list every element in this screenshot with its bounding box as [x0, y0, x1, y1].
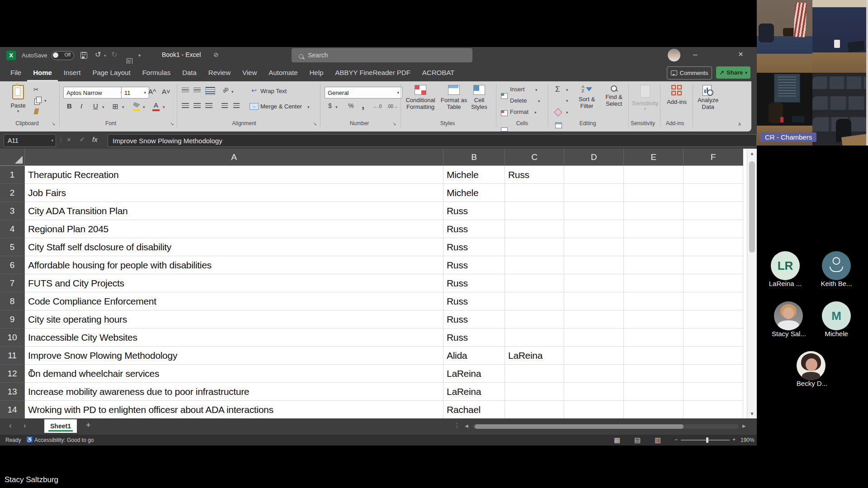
cell-e1[interactable] — [624, 166, 684, 184]
cell-e9[interactable] — [624, 310, 684, 328]
cell-a6[interactable]: Affordable housing for people with disab… — [25, 256, 443, 274]
decrease-decimal-icon[interactable]: .00→ — [387, 104, 398, 109]
cancel-entry-icon[interactable]: × — [67, 136, 71, 143]
zoom-level[interactable]: 190% — [741, 437, 755, 443]
cell-b12[interactable]: LaReina — [443, 365, 505, 383]
cell-f10[interactable] — [684, 328, 743, 347]
align-left-icon[interactable] — [182, 103, 189, 108]
tab-file[interactable]: File — [5, 64, 27, 81]
tab-home[interactable]: Home — [27, 64, 58, 81]
cell-d10[interactable] — [564, 328, 624, 347]
comments-button[interactable]: Comments — [667, 66, 712, 80]
scroll-up-icon[interactable]: ▲ — [747, 151, 757, 156]
cell-c6[interactable] — [505, 256, 564, 274]
cell-f3[interactable] — [684, 202, 743, 220]
enter-entry-icon[interactable]: ✓ — [80, 136, 85, 143]
cell-d12[interactable] — [564, 365, 624, 383]
format-chevron-icon[interactable]: ▾ — [534, 110, 537, 115]
row-header[interactable]: 1 — [0, 166, 25, 184]
cell-d3[interactable] — [564, 202, 624, 220]
vertical-scroll-thumb[interactable] — [749, 161, 755, 253]
cell-c10[interactable] — [505, 328, 564, 347]
tab-abbyy[interactable]: ABBYY FineReader PDF — [329, 64, 416, 81]
format-painter-icon[interactable] — [34, 108, 39, 114]
increase-indent-icon[interactable] — [233, 103, 240, 108]
row-header[interactable]: 8 — [0, 292, 25, 310]
tab-insert[interactable]: Insert — [58, 64, 87, 81]
collapse-ribbon-icon[interactable]: ∧ — [738, 121, 741, 127]
font-dialog-launcher[interactable]: ↘ — [170, 121, 174, 126]
cell-a11-active[interactable]: Improve Snow Plowing Methodology — [25, 347, 443, 365]
zoom-slider-thumb[interactable] — [706, 437, 708, 443]
cell-e4[interactable] — [624, 220, 684, 238]
cell-f14[interactable] — [684, 401, 743, 418]
cell-b1[interactable]: Michele — [443, 166, 505, 184]
formula-input[interactable]: Improve Snow Plowing Methodology — [108, 134, 757, 147]
cell-a2[interactable]: Job Fairs — [25, 184, 443, 202]
cell-f4[interactable] — [684, 220, 743, 238]
cell-d4[interactable] — [564, 220, 624, 238]
font-family-select[interactable]: Aptos Narrow▾ — [63, 87, 126, 99]
fill-color-chevron-icon[interactable]: ▾ — [143, 105, 145, 109]
tab-formulas[interactable]: Formulas — [137, 64, 177, 81]
cell-d9[interactable] — [564, 310, 624, 328]
participant-tile-stacy[interactable] — [774, 301, 803, 330]
cell-f13[interactable] — [684, 383, 743, 401]
cell-b5[interactable]: Russ — [443, 238, 505, 256]
cell-d13[interactable] — [564, 383, 624, 401]
font-color-icon[interactable]: A — [154, 101, 158, 109]
row-header[interactable]: 14 — [0, 401, 25, 418]
insert-cells-button[interactable]: Insert — [510, 86, 525, 93]
autosum-icon[interactable]: Σ — [555, 85, 560, 94]
row-header[interactable]: 12 — [0, 365, 25, 383]
row-header[interactable]: 6 — [0, 256, 25, 274]
underline-button[interactable]: U — [93, 102, 98, 110]
cell-c1[interactable]: Russ — [505, 166, 564, 184]
cell-d8[interactable] — [564, 292, 624, 310]
row-header[interactable]: 4 — [0, 220, 25, 238]
insert-function-icon[interactable]: fx — [92, 136, 98, 143]
cell-e13[interactable] — [624, 383, 684, 401]
addins-button[interactable]: Add-ins — [664, 85, 690, 105]
new-sheet-icon[interactable]: + — [86, 421, 91, 430]
scroll-down-icon[interactable]: ▼ — [747, 411, 757, 416]
cell-a1[interactable]: Theraputic Recreation — [25, 166, 443, 184]
cell-a4[interactable]: Regional Plan 2045 — [25, 220, 443, 238]
clear-icon[interactable] — [554, 108, 562, 116]
row-header[interactable]: 9 — [0, 310, 25, 328]
autosum-chevron-icon[interactable]: ▾ — [566, 88, 568, 92]
find-select-button[interactable]: Find & Select — [601, 85, 627, 107]
copy-chevron-icon[interactable]: ▾ — [44, 99, 47, 103]
cell-e12[interactable] — [624, 365, 684, 383]
align-center-icon[interactable] — [193, 103, 201, 108]
tab-review[interactable]: Review — [203, 64, 236, 81]
increase-decimal-icon[interactable]: ←.0 — [373, 104, 382, 109]
cell-b7[interactable]: Russ — [443, 274, 505, 292]
cell-f9[interactable] — [684, 310, 743, 328]
wrap-text-button[interactable]: Wrap Text — [260, 88, 287, 94]
align-bottom-icon[interactable] — [205, 87, 215, 95]
row-header[interactable]: 7 — [0, 274, 25, 292]
cell-styles-button[interactable]: Cell Styles — [465, 85, 494, 110]
cell-a9[interactable]: City site operating hours — [25, 310, 443, 328]
minimize-icon[interactable]: – — [693, 50, 697, 59]
cell-e5[interactable] — [624, 238, 684, 256]
row-header[interactable]: 3 — [0, 202, 25, 220]
orientation-chevron-icon[interactable]: ▾ — [231, 89, 234, 94]
sheetbar-dots-icon[interactable]: ⋮ — [454, 422, 460, 429]
zoom-out-icon[interactable]: − — [675, 436, 678, 443]
cell-a12[interactable]: On demand wheelchair services — [25, 365, 443, 383]
cell-f2[interactable] — [684, 184, 743, 202]
cell-b11[interactable]: Alida — [443, 347, 505, 365]
sort-filter-button[interactable]: AZ Sort & Filter — [575, 85, 599, 109]
sheet-tab-sheet1[interactable]: Sheet1 — [44, 419, 77, 433]
cell-c5[interactable] — [505, 238, 564, 256]
cell-c11[interactable]: LaReina — [505, 347, 564, 365]
cell-e2[interactable] — [624, 184, 684, 202]
zoom-in-icon[interactable]: + — [732, 436, 736, 443]
clipboard-dialog-launcher[interactable]: ↘ — [52, 121, 55, 126]
cell-a3[interactable]: City ADA Transition Plan — [25, 202, 443, 220]
search-box[interactable]: Search — [292, 48, 472, 62]
cell-d11[interactable] — [564, 347, 624, 365]
tab-page-layout[interactable]: Page Layout — [86, 64, 136, 81]
